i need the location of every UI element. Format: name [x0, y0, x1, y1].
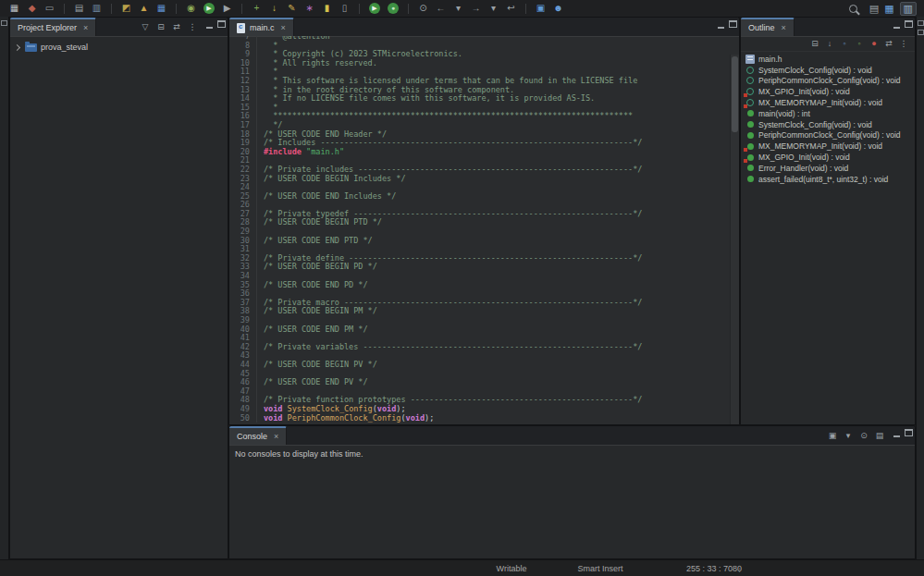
minimize-view-button[interactable] [891, 426, 903, 439]
hide-non-public-members-icon[interactable]: ● [868, 38, 881, 51]
pin-editor-icon[interactable]: ⊙ [416, 2, 430, 15]
device-configuration-icon[interactable]: ▦ [154, 2, 168, 15]
editor-presentation-icon[interactable]: ▥ [90, 2, 104, 15]
tab-console[interactable]: Console × [229, 426, 287, 445]
flash-download-icon[interactable]: ↓ [267, 2, 281, 15]
open-console-icon[interactable]: ▣ [826, 429, 839, 442]
link-with-editor-icon[interactable]: ⇄ [170, 20, 183, 33]
outline-item[interactable]: MX_GPIO_Init(void) : void [745, 152, 915, 163]
tab-project-explorer[interactable]: Project Explorer × [10, 18, 96, 36]
expander-icon[interactable] [14, 43, 21, 51]
restore-view-icon[interactable] [918, 30, 924, 35]
maximize-view-button[interactable] [903, 426, 915, 439]
outline-item[interactable]: SystemClock_Config(void) : void [745, 119, 915, 130]
back-history-icon[interactable]: ▾ [451, 2, 465, 15]
code-line-text: /* USER CODE BEGIN PV */ [257, 361, 377, 370]
open-console-dropdown-icon[interactable]: ▾ [842, 429, 855, 442]
outline-item[interactable]: MX_GPIO_Init(void) : void [745, 86, 915, 97]
minimize-view-button[interactable] [715, 18, 727, 31]
c-cpp-perspective-icon[interactable]: ▥ [900, 2, 917, 16]
status-bar: Writable Smart Insert 255 : 33 : 7080 [0, 559, 924, 576]
outline-item[interactable]: PeriphCommonClock_Config(void) : void [745, 130, 915, 141]
profile-icon[interactable]: ● [388, 3, 399, 14]
outline-item[interactable]: SystemClock_Config(void) : void [745, 65, 915, 76]
back-icon[interactable]: ← [434, 2, 448, 15]
open-perspective-icon[interactable]: ▤ [869, 4, 879, 14]
display-selected-console-glyph: ▤ [876, 432, 884, 440]
code-line-text: /* USER CODE BEGIN PM */ [257, 307, 377, 316]
outline-item[interactable]: main.h [745, 54, 915, 65]
collapse-all-icon[interactable]: ⊟ [154, 20, 167, 33]
external-tools-glyph: ▶ [224, 4, 231, 13]
outline-item[interactable]: Error_Handler(void) : void [745, 163, 915, 174]
pin-console-icon[interactable]: ⊙ [857, 429, 870, 442]
terminal-icon[interactable]: ▯ [338, 2, 351, 15]
terminal-glyph: ▯ [342, 4, 348, 13]
maximize-view-button[interactable] [727, 18, 739, 31]
view-menu-icon[interactable]: ⋮ [897, 38, 910, 51]
def-icon [745, 130, 755, 140]
tab-main-c[interactable]: main.c × [229, 18, 294, 36]
tab-outline[interactable]: Outline × [741, 18, 795, 36]
filter-icon[interactable]: ▽ [139, 20, 152, 33]
outline-item[interactable]: PeriphCommonClock_Config(void) : void [745, 76, 915, 87]
open-perspective-icon[interactable]: ▤ [72, 2, 86, 15]
outline-item[interactable]: MX_MEMORYMAP_Init(void) : void [745, 141, 915, 152]
editor-scrollbar[interactable] [730, 55, 739, 424]
user-account-icon[interactable]: ☻ [551, 2, 565, 15]
profile-glyph: ● [391, 4, 395, 13]
maximize-view-button[interactable] [903, 18, 915, 31]
debug-perspective-icon[interactable]: ▦ [884, 4, 893, 14]
search-icon[interactable] [846, 2, 860, 15]
maximize-view-button[interactable] [216, 18, 228, 31]
new-connection-icon[interactable]: + [250, 2, 264, 15]
code-line-text [257, 316, 264, 325]
outline-item[interactable]: main(void) : int [745, 108, 915, 119]
minimize-view-button[interactable] [891, 18, 903, 31]
build-all-icon[interactable]: ▲ [137, 2, 151, 15]
editor-presentation-glyph: ▥ [92, 4, 101, 13]
view-menu-icon[interactable]: ⋮ [186, 20, 199, 33]
external-tools-icon[interactable]: ▶ [220, 2, 234, 15]
project-tree-item[interactable]: prova_steval [14, 41, 228, 54]
code-editor[interactable]: 7 * @attention8 *9 * Copyright (c) 2023 … [229, 36, 739, 424]
highlight-occurrences-icon[interactable]: ▮ [320, 2, 334, 15]
restore-view-icon[interactable] [918, 20, 924, 26]
save-icon[interactable]: ◆ [25, 2, 39, 15]
run-last-launched-icon[interactable]: ▶ [369, 3, 380, 14]
line-number: 50 [229, 414, 257, 423]
editor-panel: main.c × 7 * @attention8 *9 * Copyright … [228, 17, 740, 425]
display-selected-console-icon[interactable]: ▤ [873, 429, 886, 442]
close-icon[interactable]: × [83, 23, 88, 32]
last-edit-location-icon[interactable]: ↩ [504, 2, 518, 15]
restore-view-icon[interactable] [1, 20, 7, 26]
forward-history-icon[interactable]: ▾ [487, 2, 500, 15]
project-explorer-toolbar: ▽⊟⇄⋮ [139, 18, 203, 36]
information-center-icon[interactable]: ▣ [534, 2, 548, 15]
hide-fields-icon[interactable]: ◦ [838, 38, 851, 51]
collapse-all-icon[interactable]: ⊟ [808, 38, 821, 51]
annotate-icon[interactable]: ✎ [285, 2, 299, 15]
perspective-switcher: ▤ ▦ ▥ [869, 2, 917, 16]
forward-icon[interactable]: → [469, 2, 483, 15]
run-icon[interactable]: ▶ [203, 3, 215, 14]
import-project-icon[interactable]: ◩ [119, 2, 133, 15]
close-icon[interactable]: × [782, 23, 786, 32]
debug-icon[interactable]: ◉ [184, 2, 198, 15]
close-icon[interactable]: × [274, 432, 278, 441]
hide-static-members-icon[interactable]: ◦ [853, 38, 866, 51]
scrollbar-thumb[interactable] [732, 56, 738, 132]
keyboard-shortcuts-glyph: ▭ [45, 4, 54, 13]
refactor-wand-icon[interactable]: ∗ [302, 2, 316, 15]
minimize-view-button[interactable] [203, 18, 216, 31]
outline-item[interactable]: assert_failed(uint8_t*, uint32_t) : void [745, 174, 915, 185]
sort-icon[interactable]: ↓ [823, 38, 836, 51]
run-last-launched-glyph: ▶ [372, 4, 376, 13]
hide-non-public-members-glyph: ● [871, 40, 876, 48]
new-wizard-icon[interactable]: ▦ [7, 2, 21, 15]
link-with-editor-icon[interactable]: ⇄ [882, 38, 895, 51]
outline-item[interactable]: MX_MEMORYMAP_Init(void) : void [745, 97, 915, 108]
close-icon[interactable]: × [281, 23, 286, 32]
keyboard-shortcuts-icon[interactable]: ▭ [43, 2, 56, 15]
pin-editor-glyph: ⊙ [419, 4, 426, 13]
